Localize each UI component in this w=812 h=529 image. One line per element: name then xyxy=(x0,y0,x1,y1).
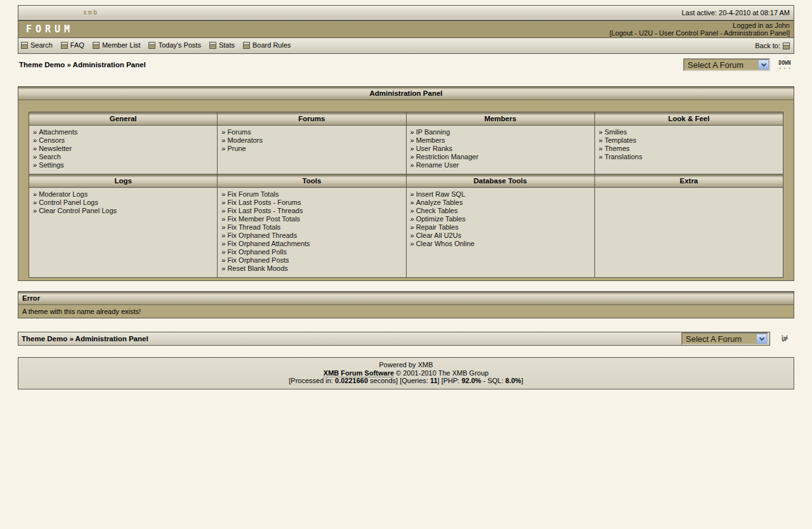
admin-link-restriction-manager[interactable]: Restriction Manager xyxy=(416,153,478,160)
link-bullet: » xyxy=(221,223,225,231)
forum-jump-select-top[interactable]: Select A Forum xyxy=(683,58,770,71)
admin-link-fix-thread-totals[interactable]: Fix Thread Totals xyxy=(227,223,280,231)
admin-link-ip-banning[interactable]: IP Banning xyxy=(416,128,450,136)
admin-link-row: »Restriction Manager xyxy=(410,153,591,161)
admin-link-search[interactable]: Search xyxy=(39,153,61,160)
admin-link-smilies[interactable]: Smilies xyxy=(605,128,627,136)
forum-jump-value: Select A Forum xyxy=(683,334,756,344)
admin-link-fix-member-post-totals[interactable]: Fix Member Post Totals xyxy=(227,215,300,223)
session-links[interactable]: [Logout - U2U - User Control Panel - Adm… xyxy=(610,29,790,37)
dropdown-arrow-button[interactable] xyxy=(756,334,767,344)
admin-link-analyze-tables[interactable]: Analyze Tables xyxy=(416,199,463,206)
link-bullet: » xyxy=(221,240,225,247)
admin-link-fix-last-posts-threads[interactable]: Fix Last Posts - Threads xyxy=(227,207,303,214)
link-bullet: » xyxy=(221,215,225,223)
chevron-down-icon xyxy=(761,61,766,66)
admin-link-members[interactable]: Members xyxy=(416,136,445,144)
breadcrumb-current: Administration Panel xyxy=(73,61,146,69)
admin-link-fix-orphaned-polls[interactable]: Fix Orphaned Polls xyxy=(227,248,287,256)
admin-link-moderators[interactable]: Moderators xyxy=(227,136,263,144)
admin-link-user-ranks[interactable]: User Ranks xyxy=(416,145,452,152)
nav-item-member-list[interactable]: Member List xyxy=(93,41,141,49)
link-bullet: » xyxy=(33,161,37,169)
nav-item-label: Today's Posts xyxy=(158,41,201,49)
admin-link-row: »Reset Blank Moods xyxy=(221,264,402,273)
link-bullet: » xyxy=(410,136,414,144)
admin-link-row: »Fix Orphaned Posts xyxy=(221,256,402,264)
admin-link-translations[interactable]: Translations xyxy=(605,153,643,160)
admin-link-clear-control-panel-logs[interactable]: Clear Control Panel Logs xyxy=(39,207,117,214)
admin-link-row: »Optimize Tables xyxy=(410,215,591,223)
queries-close: ] [PHP: xyxy=(438,377,460,384)
link-bullet: » xyxy=(221,199,225,206)
bottom-bar: Theme Demo » Administration Panel Select… xyxy=(18,332,770,346)
link-bullet: » xyxy=(410,190,414,198)
nav-item-stats[interactable]: Stats xyxy=(209,41,235,49)
admin-link-settings[interactable]: Settings xyxy=(39,161,64,169)
admin-link-fix-forum-totals[interactable]: Fix Forum Totals xyxy=(227,190,278,198)
logged-in-as: Logged in as John xyxy=(610,22,790,29)
sql-label: - SQL: xyxy=(483,377,504,384)
admin-link-prune[interactable]: Prune xyxy=(227,145,246,152)
breadcrumb-link-theme-demo[interactable]: Theme Demo xyxy=(22,335,67,343)
back-to[interactable]: Back to: xyxy=(755,42,790,49)
nav-item-board-rules[interactable]: Board Rules xyxy=(243,41,291,49)
nav-item-search[interactable]: Search xyxy=(21,41,53,49)
nav-item-today-s-posts[interactable]: Today's Posts xyxy=(148,41,201,49)
admin-link-censors[interactable]: Censors xyxy=(39,136,65,144)
board-icon[interactable] xyxy=(783,42,790,49)
section-cell-extra xyxy=(594,188,783,278)
section-header-general: General xyxy=(29,112,218,126)
powered-by: Powered by XMB xyxy=(18,361,794,369)
admin-link-row: »Fix Orphaned Polls xyxy=(221,248,402,256)
link-bullet: » xyxy=(410,240,414,247)
admin-link-clear-whos-online[interactable]: Clear Whos Online xyxy=(416,240,475,247)
admin-link-fix-orphaned-threads[interactable]: Fix Orphaned Threads xyxy=(227,232,297,239)
admin-link-fix-orphaned-posts[interactable]: Fix Orphaned Posts xyxy=(227,256,289,264)
admin-link-moderator-logs[interactable]: Moderator Logs xyxy=(39,190,88,198)
breadcrumb-separator: » xyxy=(67,61,70,69)
admin-link-optimize-tables[interactable]: Optimize Tables xyxy=(416,215,466,223)
admin-link-row: »Fix Forum Totals xyxy=(221,190,402,199)
admin-link-rename-user[interactable]: Rename User xyxy=(416,161,459,169)
admin-link-insert-raw-sql[interactable]: Insert Raw SQL xyxy=(416,190,466,198)
admin-link-row: »Control Panel Logs xyxy=(33,199,213,207)
dropdown-arrow-button[interactable] xyxy=(758,60,769,70)
admin-link-attachments[interactable]: Attachments xyxy=(39,128,77,136)
admin-link-fix-last-posts-forums[interactable]: Fix Last Posts - Forums xyxy=(227,199,301,206)
admin-link-themes[interactable]: Themes xyxy=(605,145,630,152)
forum-jump-select-bottom[interactable]: Select A Forum xyxy=(681,332,768,345)
scroll-down-icon[interactable]: DOWN xyxy=(775,61,794,69)
admin-link-row: »Members xyxy=(410,136,591,145)
error-message: A theme with this name already exists! xyxy=(18,305,794,318)
admin-link-check-tables[interactable]: Check Tables xyxy=(416,207,458,214)
admin-link-row: »Repair Tables xyxy=(410,223,591,232)
admin-link-reset-blank-moods[interactable]: Reset Blank Moods xyxy=(227,264,287,272)
board-icon xyxy=(61,42,68,49)
admin-link-row: »Moderator Logs xyxy=(33,190,213,199)
admin-link-fix-orphaned-attachments[interactable]: Fix Orphaned Attachments xyxy=(227,240,310,247)
breadcrumb: Theme Demo » Administration Panel xyxy=(18,61,146,69)
xmb-brand-link[interactable]: XMB Forum Software xyxy=(324,369,394,377)
admin-link-repair-tables[interactable]: Repair Tables xyxy=(416,223,459,231)
admin-link-control-panel-logs[interactable]: Control Panel Logs xyxy=(39,199,98,206)
admin-link-row: »Smilies xyxy=(599,128,779,136)
link-bullet: » xyxy=(410,145,414,152)
forum-logo: FORUM xyxy=(18,23,74,35)
back-to-label: Back to: xyxy=(755,42,780,49)
link-bullet: » xyxy=(410,223,414,231)
error-title: Error xyxy=(18,292,794,305)
admin-link-forums[interactable]: Forums xyxy=(227,128,251,136)
scroll-up-icon[interactable]: UP xyxy=(775,336,794,342)
admin-link-clear-all-u2us[interactable]: Clear All U2Us xyxy=(416,232,462,239)
link-bullet: » xyxy=(221,190,225,198)
admin-link-newsletter[interactable]: Newsletter xyxy=(39,145,72,152)
stats-line: [Processed in: 0.0221660 seconds] [Queri… xyxy=(18,377,794,385)
admin-link-templates[interactable]: Templates xyxy=(605,136,636,144)
breadcrumb-link-theme-demo[interactable]: Theme Demo xyxy=(19,61,65,69)
link-bullet: » xyxy=(221,264,225,272)
login-info: Logged in as John [Logout - U2U - User C… xyxy=(610,22,794,37)
nav-item-faq[interactable]: FAQ xyxy=(61,41,84,49)
admin-link-row: »Fix Last Posts - Threads xyxy=(221,207,402,215)
link-bullet: » xyxy=(221,248,225,256)
